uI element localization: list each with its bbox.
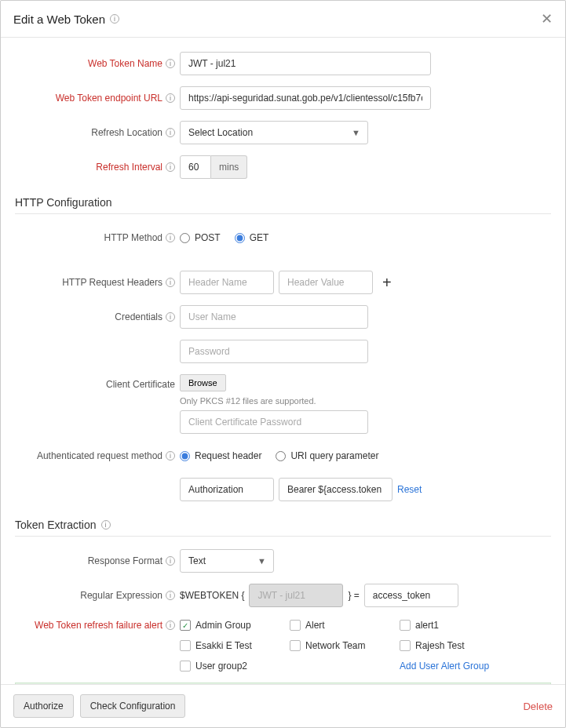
field-row-auth-method: Authenticated request method i Request h… — [15, 445, 551, 467]
section-http-config-text: HTTP Configuration — [15, 196, 111, 209]
field-row-endpoint: Web Token endpoint URL i — [15, 86, 551, 110]
alert-group-checkbox[interactable]: Alert — [290, 620, 392, 631]
refresh-interval-group: mins — [180, 155, 247, 179]
info-icon[interactable]: i — [166, 278, 175, 287]
info-icon[interactable]: i — [166, 312, 175, 322]
auth-request-header-label: Request header — [195, 450, 261, 461]
alert-group-label: Admin Group — [195, 620, 251, 631]
alert-group-label: User group2 — [195, 661, 247, 672]
label-endpoint: Web Token endpoint URL i — [15, 93, 180, 104]
http-method-get-label: GET — [250, 232, 269, 243]
response-format-select[interactable] — [180, 549, 274, 573]
checkbox-icon[interactable] — [180, 640, 191, 651]
auth-header-value-input[interactable] — [279, 478, 393, 501]
add-header-button[interactable]: + — [378, 275, 396, 290]
label-response-format-text: Response Format — [88, 555, 162, 566]
info-icon[interactable]: i — [166, 451, 175, 460]
field-row-auth-header-pair: Reset — [15, 478, 551, 501]
label-auth-method: Authenticated request method i — [15, 450, 180, 461]
dialog-footer: Authorize Check Configuration Delete — [1, 684, 565, 727]
label-regex-text: Regular Expression — [80, 590, 162, 601]
check-configuration-button[interactable]: Check Configuration — [80, 694, 186, 718]
label-client-cert: Client Certificate — [15, 374, 180, 390]
checkbox-icon[interactable] — [290, 620, 301, 631]
alert-group-checkbox[interactable]: ✓Admin Group — [180, 620, 282, 631]
add-alert-group-link[interactable]: Add User Alert Group — [400, 661, 502, 672]
label-endpoint-text: Web Token endpoint URL — [56, 93, 162, 104]
mins-suffix: mins — [211, 155, 247, 179]
field-row-refresh-location: Refresh Location i ▼ — [15, 121, 551, 144]
browse-button[interactable]: Browse — [180, 374, 226, 391]
checkbox-icon[interactable] — [180, 661, 191, 672]
http-method-post-label: POST — [195, 232, 221, 243]
field-row-credentials-user: Credentials i — [15, 305, 551, 329]
info-icon[interactable]: i — [166, 621, 175, 630]
delete-button[interactable]: Delete — [523, 701, 553, 712]
auth-uri-query-radio[interactable] — [276, 451, 286, 461]
label-failure-alert-text: Web Token refresh failure alert — [35, 620, 162, 631]
checkbox-icon[interactable] — [290, 640, 301, 651]
http-method-post-radio[interactable] — [180, 233, 190, 243]
auth-request-header-radio[interactable] — [180, 451, 190, 461]
info-icon[interactable]: i — [166, 162, 175, 172]
close-icon[interactable]: ✕ — [541, 12, 553, 26]
info-icon[interactable]: i — [101, 520, 111, 530]
label-name-text: Web Token Name — [88, 58, 162, 69]
alert-group-checkbox[interactable]: Network Team — [290, 640, 392, 651]
alert-group-label: Esakki E Test — [195, 640, 252, 651]
dialog-title: Edit a Web Token i — [13, 13, 119, 26]
alert-group-checkbox[interactable]: Esakki E Test — [180, 640, 282, 651]
label-client-cert-text: Client Certificate — [106, 379, 175, 390]
auth-uri-query-label: URI query parameter — [290, 450, 378, 461]
info-icon[interactable]: i — [166, 59, 175, 68]
field-row-regex: Regular Expression i $WEBTOKEN { } = — [15, 584, 551, 607]
alert-group-checkbox[interactable]: User group2 — [180, 661, 282, 672]
header-value-input[interactable] — [279, 271, 373, 294]
name-input[interactable] — [180, 52, 431, 75]
alert-group-checkbox[interactable]: Rajesh Test — [400, 640, 502, 651]
label-http-method-text: HTTP Method — [104, 232, 162, 243]
reset-link[interactable]: Reset — [397, 484, 422, 495]
checkbox-icon[interactable] — [400, 640, 411, 651]
label-request-headers: HTTP Request Headers i — [15, 277, 180, 288]
regex-result-input[interactable] — [364, 584, 458, 607]
authorize-button[interactable]: Authorize — [13, 694, 74, 718]
info-icon[interactable]: i — [166, 128, 175, 137]
label-credentials: Credentials i — [15, 311, 180, 322]
info-icon[interactable]: i — [166, 93, 175, 103]
label-response-format: Response Format i — [15, 555, 180, 566]
header-name-input[interactable] — [180, 271, 274, 294]
password-input[interactable] — [180, 340, 368, 363]
refresh-location-select[interactable] — [180, 121, 368, 144]
alert-group-grid: ✓Admin GroupAlertalert1Esakki E TestNetw… — [180, 620, 502, 672]
field-row-http-method: HTTP Method i POST GET — [15, 227, 551, 249]
alert-group-checkbox[interactable]: alert1 — [400, 620, 502, 631]
field-row-failure-alert: Web Token refresh failure alert i ✓Admin… — [15, 618, 551, 672]
regex-prefix: $WEBTOKEN { — [180, 590, 244, 601]
label-regex: Regular Expression i — [15, 590, 180, 601]
label-refresh-location: Refresh Location i — [15, 127, 180, 138]
info-icon[interactable]: i — [166, 591, 175, 600]
field-row-refresh-interval: Refresh Interval i mins — [15, 155, 551, 179]
section-http-config: HTTP Configuration — [15, 190, 551, 214]
auth-header-name-input[interactable] — [180, 478, 274, 501]
endpoint-input[interactable] — [180, 86, 431, 110]
cert-hint: Only PKCS #12 files are supported. — [180, 396, 316, 406]
label-failure-alert: Web Token refresh failure alert i — [15, 618, 180, 631]
field-row-name: Web Token Name i — [15, 52, 551, 75]
label-credentials-text: Credentials — [115, 311, 162, 322]
refresh-interval-input[interactable] — [180, 155, 211, 179]
section-token-extraction: Token Extraction i — [15, 512, 551, 537]
info-icon[interactable]: i — [166, 556, 175, 566]
alert-group-label: Alert — [305, 620, 325, 631]
checkbox-icon[interactable] — [400, 620, 411, 631]
cert-password-input[interactable] — [180, 410, 368, 434]
label-name: Web Token Name i — [15, 58, 180, 69]
username-input[interactable] — [180, 305, 368, 329]
http-method-get-radio[interactable] — [235, 233, 245, 243]
info-icon[interactable]: i — [110, 14, 119, 24]
info-icon[interactable]: i — [166, 233, 175, 242]
checkbox-icon[interactable]: ✓ — [180, 620, 191, 631]
field-row-credentials-pw — [15, 340, 551, 363]
field-row-client-cert: Client Certificate Browse Only PKCS #12 … — [15, 374, 551, 434]
